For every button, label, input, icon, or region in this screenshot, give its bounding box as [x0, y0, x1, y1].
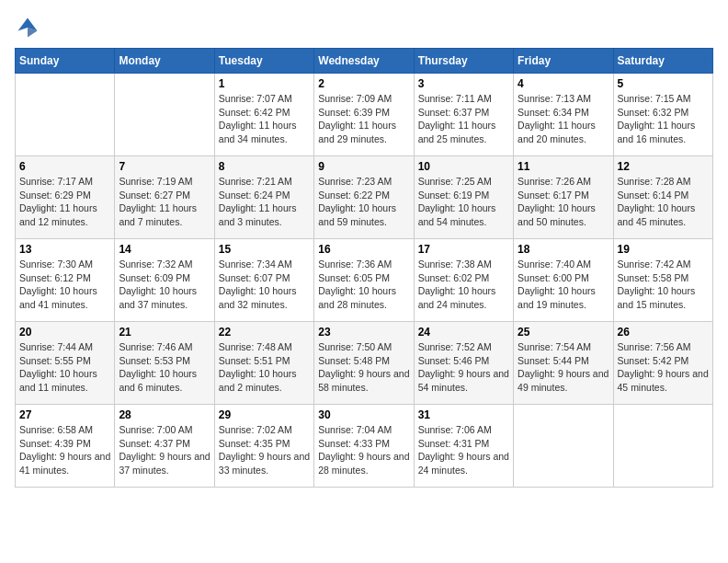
cell-content: Sunrise: 7:04 AM Sunset: 4:33 PM Dayligh…: [318, 423, 409, 477]
calendar-week-row: 1Sunrise: 7:07 AM Sunset: 6:42 PM Daylig…: [16, 74, 713, 156]
cell-content: Sunrise: 7:48 AM Sunset: 5:51 PM Dayligh…: [219, 340, 310, 395]
cell-content: Sunrise: 7:56 AM Sunset: 5:42 PM Dayligh…: [618, 340, 709, 395]
calendar-header-row: Sunday Monday Tuesday Wednesday Thursday…: [16, 49, 713, 74]
cell-content: Sunrise: 7:36 AM Sunset: 6:05 PM Dayligh…: [318, 258, 409, 312]
calendar-cell: 25Sunrise: 7:54 AM Sunset: 5:44 PM Dayli…: [514, 322, 613, 405]
calendar-cell: [514, 405, 613, 488]
cell-content: Sunrise: 7:21 AM Sunset: 6:24 PM Dayligh…: [219, 175, 310, 229]
cell-content: Sunrise: 7:19 AM Sunset: 6:27 PM Dayligh…: [119, 175, 210, 229]
calendar-cell: 12Sunrise: 7:28 AM Sunset: 6:14 PM Dayli…: [613, 156, 712, 239]
day-number: 25: [518, 326, 609, 339]
logo-icon: [15, 15, 40, 40]
day-number: 7: [119, 160, 210, 173]
calendar-cell: [115, 74, 214, 156]
calendar-cell: 18Sunrise: 7:40 AM Sunset: 6:00 PM Dayli…: [514, 239, 613, 322]
calendar-cell: 30Sunrise: 7:04 AM Sunset: 4:33 PM Dayli…: [314, 405, 414, 488]
col-saturday: Saturday: [613, 49, 712, 74]
page-header: [15, 15, 713, 40]
calendar-cell: 24Sunrise: 7:52 AM Sunset: 5:46 PM Dayli…: [414, 322, 513, 405]
cell-content: Sunrise: 7:25 AM Sunset: 6:19 PM Dayligh…: [418, 175, 509, 229]
day-number: 9: [318, 160, 409, 173]
day-number: 10: [418, 160, 509, 173]
col-friday: Friday: [514, 49, 613, 74]
day-number: 26: [618, 326, 709, 339]
day-number: 4: [518, 77, 609, 90]
day-number: 23: [318, 326, 409, 339]
calendar-cell: 26Sunrise: 7:56 AM Sunset: 5:42 PM Dayli…: [613, 322, 712, 405]
calendar-cell: 9Sunrise: 7:23 AM Sunset: 6:22 PM Daylig…: [314, 156, 414, 239]
day-number: 2: [318, 77, 409, 90]
cell-content: Sunrise: 7:11 AM Sunset: 6:37 PM Dayligh…: [418, 92, 509, 146]
cell-content: Sunrise: 7:40 AM Sunset: 6:00 PM Dayligh…: [518, 258, 609, 312]
calendar-cell: 16Sunrise: 7:36 AM Sunset: 6:05 PM Dayli…: [314, 239, 414, 322]
calendar-cell: [16, 74, 115, 156]
day-number: 30: [318, 408, 409, 421]
cell-content: Sunrise: 7:46 AM Sunset: 5:53 PM Dayligh…: [119, 340, 210, 395]
cell-content: Sunrise: 7:23 AM Sunset: 6:22 PM Dayligh…: [318, 175, 409, 229]
cell-content: Sunrise: 7:30 AM Sunset: 6:12 PM Dayligh…: [19, 258, 110, 312]
cell-content: Sunrise: 7:44 AM Sunset: 5:55 PM Dayligh…: [19, 340, 110, 395]
cell-content: Sunrise: 6:58 AM Sunset: 4:39 PM Dayligh…: [19, 423, 110, 477]
day-number: 5: [618, 77, 709, 90]
cell-content: Sunrise: 7:32 AM Sunset: 6:09 PM Dayligh…: [119, 258, 210, 312]
cell-content: Sunrise: 7:00 AM Sunset: 4:37 PM Dayligh…: [119, 423, 210, 477]
cell-content: Sunrise: 7:02 AM Sunset: 4:35 PM Dayligh…: [219, 423, 310, 477]
day-number: 17: [418, 243, 509, 256]
day-number: 8: [219, 160, 310, 173]
calendar-cell: 4Sunrise: 7:13 AM Sunset: 6:34 PM Daylig…: [514, 74, 613, 156]
logo: [15, 15, 44, 40]
calendar-cell: 28Sunrise: 7:00 AM Sunset: 4:37 PM Dayli…: [115, 405, 214, 488]
day-number: 18: [518, 243, 609, 256]
day-number: 19: [618, 243, 709, 256]
calendar-cell: 10Sunrise: 7:25 AM Sunset: 6:19 PM Dayli…: [414, 156, 513, 239]
calendar-table: Sunday Monday Tuesday Wednesday Thursday…: [15, 48, 713, 488]
col-thursday: Thursday: [414, 49, 513, 74]
day-number: 3: [418, 77, 509, 90]
day-number: 20: [19, 326, 110, 339]
calendar-week-row: 13Sunrise: 7:30 AM Sunset: 6:12 PM Dayli…: [16, 239, 713, 322]
cell-content: Sunrise: 7:52 AM Sunset: 5:46 PM Dayligh…: [418, 340, 509, 395]
day-number: 16: [318, 243, 409, 256]
calendar-cell: 13Sunrise: 7:30 AM Sunset: 6:12 PM Dayli…: [16, 239, 115, 322]
day-number: 22: [219, 326, 310, 339]
day-number: 24: [418, 326, 509, 339]
cell-content: Sunrise: 7:42 AM Sunset: 5:58 PM Dayligh…: [618, 258, 709, 312]
day-number: 13: [19, 243, 110, 256]
calendar-cell: 8Sunrise: 7:21 AM Sunset: 6:24 PM Daylig…: [214, 156, 313, 239]
calendar-cell: 20Sunrise: 7:44 AM Sunset: 5:55 PM Dayli…: [16, 322, 115, 405]
calendar-week-row: 20Sunrise: 7:44 AM Sunset: 5:55 PM Dayli…: [16, 322, 713, 405]
calendar-cell: 21Sunrise: 7:46 AM Sunset: 5:53 PM Dayli…: [115, 322, 214, 405]
day-number: 1: [219, 77, 310, 90]
day-number: 15: [219, 243, 310, 256]
cell-content: Sunrise: 7:38 AM Sunset: 6:02 PM Dayligh…: [418, 258, 509, 312]
calendar-cell: 23Sunrise: 7:50 AM Sunset: 5:48 PM Dayli…: [314, 322, 414, 405]
cell-content: Sunrise: 7:28 AM Sunset: 6:14 PM Dayligh…: [618, 175, 709, 229]
calendar-week-row: 27Sunrise: 6:58 AM Sunset: 4:39 PM Dayli…: [16, 405, 713, 488]
calendar-cell: 1Sunrise: 7:07 AM Sunset: 6:42 PM Daylig…: [214, 74, 313, 156]
calendar-cell: 29Sunrise: 7:02 AM Sunset: 4:35 PM Dayli…: [214, 405, 313, 488]
calendar-cell: 2Sunrise: 7:09 AM Sunset: 6:39 PM Daylig…: [314, 74, 414, 156]
calendar-cell: 22Sunrise: 7:48 AM Sunset: 5:51 PM Dayli…: [214, 322, 313, 405]
calendar-cell: 3Sunrise: 7:11 AM Sunset: 6:37 PM Daylig…: [414, 74, 513, 156]
calendar-cell: 17Sunrise: 7:38 AM Sunset: 6:02 PM Dayli…: [414, 239, 513, 322]
calendar-cell: 27Sunrise: 6:58 AM Sunset: 4:39 PM Dayli…: [16, 405, 115, 488]
calendar-cell: 5Sunrise: 7:15 AM Sunset: 6:32 PM Daylig…: [613, 74, 712, 156]
day-number: 27: [19, 408, 110, 421]
calendar-cell: [613, 405, 712, 488]
cell-content: Sunrise: 7:17 AM Sunset: 6:29 PM Dayligh…: [19, 175, 110, 229]
cell-content: Sunrise: 7:09 AM Sunset: 6:39 PM Dayligh…: [318, 92, 409, 146]
day-number: 21: [119, 326, 210, 339]
calendar-cell: 6Sunrise: 7:17 AM Sunset: 6:29 PM Daylig…: [16, 156, 115, 239]
day-number: 31: [418, 408, 509, 421]
day-number: 11: [518, 160, 609, 173]
day-number: 12: [618, 160, 709, 173]
cell-content: Sunrise: 7:13 AM Sunset: 6:34 PM Dayligh…: [518, 92, 609, 146]
cell-content: Sunrise: 7:07 AM Sunset: 6:42 PM Dayligh…: [219, 92, 310, 146]
cell-content: Sunrise: 7:34 AM Sunset: 6:07 PM Dayligh…: [219, 258, 310, 312]
day-number: 6: [19, 160, 110, 173]
calendar-cell: 14Sunrise: 7:32 AM Sunset: 6:09 PM Dayli…: [115, 239, 214, 322]
day-number: 29: [219, 408, 310, 421]
calendar-week-row: 6Sunrise: 7:17 AM Sunset: 6:29 PM Daylig…: [16, 156, 713, 239]
calendar-cell: 7Sunrise: 7:19 AM Sunset: 6:27 PM Daylig…: [115, 156, 214, 239]
cell-content: Sunrise: 7:54 AM Sunset: 5:44 PM Dayligh…: [518, 340, 609, 395]
